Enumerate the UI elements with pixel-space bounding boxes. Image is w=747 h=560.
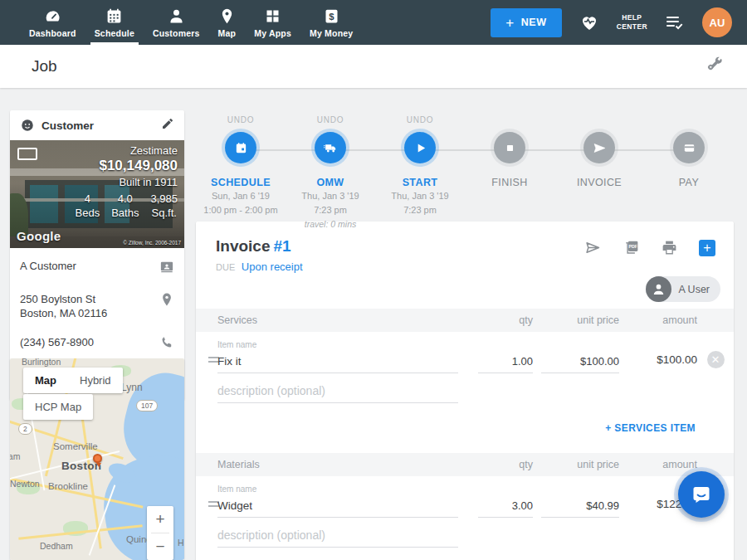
invoice-title: Invoice#1 xyxy=(216,237,291,256)
description-input[interactable] xyxy=(217,383,458,403)
due-value-link[interactable]: Upon receipt xyxy=(242,261,303,273)
invoice-step-label: INVOICE xyxy=(554,177,644,231)
sqft-label: Sq.ft. xyxy=(150,206,178,220)
item-name-input[interactable] xyxy=(217,498,458,518)
street-view-icon[interactable] xyxy=(17,148,37,160)
map-pin-icon xyxy=(218,7,236,25)
step-omw-button[interactable] xyxy=(315,132,346,163)
unit-price-input[interactable] xyxy=(541,498,619,518)
unit-price-column-header: unit price xyxy=(533,314,619,326)
pencil-icon xyxy=(161,117,174,130)
zestimate-value: $10,149,080 xyxy=(76,158,178,174)
page-title: Job xyxy=(32,57,57,75)
job-progress-timeline: UNDO UNDO UNDO xyxy=(196,115,734,231)
step-schedule-button[interactable] xyxy=(225,132,256,163)
zoom-in-button[interactable]: + xyxy=(147,506,173,533)
pdf-button[interactable]: PDF xyxy=(622,239,640,256)
description-input[interactable] xyxy=(217,528,458,548)
zoom-out-button[interactable]: − xyxy=(147,533,173,560)
qty-input[interactable] xyxy=(478,353,533,373)
due-label: DUE xyxy=(216,262,235,272)
new-button[interactable]: + NEW xyxy=(491,8,562,37)
undo-schedule[interactable]: UNDO xyxy=(196,115,286,129)
help-center-line1: HELP xyxy=(617,13,647,22)
phone-icon[interactable] xyxy=(159,335,174,353)
contact-card-icon[interactable] xyxy=(159,259,174,277)
qty-input[interactable] xyxy=(478,498,533,518)
map-label-ham: ham xyxy=(10,451,20,461)
location-pin-icon[interactable] xyxy=(159,292,174,310)
qty-column-header: qty xyxy=(470,459,533,470)
photo-credit: © Zillow, Inc. 2006-2017 xyxy=(123,240,181,246)
pay-step-label: PAY xyxy=(644,177,734,231)
line-amount: $100.00 xyxy=(619,353,697,373)
assignee-avatar xyxy=(646,276,671,302)
assignee-name: A User xyxy=(678,284,710,295)
timeline-circles xyxy=(196,132,734,168)
timeline-connector xyxy=(241,149,689,151)
step-pay-button[interactable] xyxy=(673,132,705,163)
nav-label: Schedule xyxy=(95,28,134,38)
nav-map[interactable]: Map xyxy=(209,0,246,45)
print-button[interactable] xyxy=(661,239,678,256)
edit-customer-button[interactable] xyxy=(161,117,174,134)
truck-icon xyxy=(324,141,338,155)
map-label-dedham: Dedham xyxy=(40,541,73,551)
unit-price-input[interactable] xyxy=(541,353,619,373)
navbar-right: + NEW HELP CENTER AU xyxy=(491,0,747,45)
drag-handle[interactable] xyxy=(196,357,217,363)
step-finish-button[interactable] xyxy=(494,132,525,163)
undo-start[interactable]: UNDO xyxy=(375,115,465,129)
nav-my-apps[interactable]: My Apps xyxy=(245,0,300,45)
job-location-pin xyxy=(93,454,102,463)
zestimate-label: Zestimate xyxy=(76,144,178,157)
undo-omw[interactable]: UNDO xyxy=(286,115,375,129)
add-services-item-link[interactable]: + SERVICES ITEM xyxy=(605,422,696,434)
nav-label: My Money xyxy=(310,28,353,38)
property-photo[interactable]: Zestimate $10,149,080 Built in 1911 4Bed… xyxy=(10,140,184,248)
step-start-button[interactable] xyxy=(404,132,436,163)
task-list-icon[interactable] xyxy=(665,12,685,32)
page-header: Job xyxy=(0,45,747,88)
top-navbar: Dashboard Schedule Customers Map My Apps… xyxy=(0,0,747,45)
customer-name: A Customer xyxy=(20,259,76,273)
map-type-map-button[interactable]: Map xyxy=(23,368,68,393)
item-name-input[interactable] xyxy=(217,353,458,373)
map-widget[interactable]: Burlington Lynn 107 2 93 Somerville ham … xyxy=(10,358,184,560)
map-type-hybrid-button[interactable]: Hybrid xyxy=(68,368,123,393)
hcp-map-button[interactable]: HCP Map xyxy=(23,394,93,420)
help-center-link[interactable]: HELP CENTER xyxy=(617,13,647,31)
line-item-row: Item name $100.00 ✕ xyxy=(196,332,734,373)
step-invoice-button[interactable] xyxy=(583,132,615,163)
timeline-labels: SCHEDULE Sun, Jan 6 '19 1:00 pm - 2:00 p… xyxy=(196,177,734,231)
amount-column-header: amount xyxy=(619,314,697,326)
user-avatar[interactable]: AU xyxy=(702,7,732,37)
map-type-toggle: Map Hybrid xyxy=(23,368,123,393)
add-invoice-button[interactable]: + xyxy=(699,240,715,256)
zestimate-overlay: Zestimate $10,149,080 Built in 1911 4Bed… xyxy=(76,144,178,220)
undo-row: UNDO UNDO UNDO xyxy=(196,115,734,129)
nav-label: My Apps xyxy=(254,28,291,38)
customer-card-title: Customer xyxy=(42,119,94,132)
heart-pulse-icon[interactable] xyxy=(579,12,599,32)
built-year: Built in 1911 xyxy=(76,176,178,188)
invoice-header: Invoice#1 DUE Upon receipt PDF + A User xyxy=(196,222,734,309)
nav-my-money[interactable]: $ My Money xyxy=(300,0,362,45)
map-label-burlington: Burlington xyxy=(22,358,61,367)
invoice-number[interactable]: #1 xyxy=(273,237,290,255)
chat-fab-button[interactable] xyxy=(678,471,725,518)
map-label-brookline: Brookline xyxy=(48,481,88,491)
drag-handle[interactable] xyxy=(196,501,217,507)
nav-customers[interactable]: Customers xyxy=(144,0,209,45)
customer-card-header: Customer xyxy=(10,110,184,140)
remove-item-button[interactable]: ✕ xyxy=(707,351,725,368)
assignee-chip[interactable]: A User xyxy=(646,276,720,302)
nav-schedule[interactable]: Schedule xyxy=(85,0,144,45)
send-icon xyxy=(584,239,602,256)
send-invoice-button[interactable] xyxy=(584,239,602,256)
nav-dashboard[interactable]: Dashboard xyxy=(20,0,85,45)
calendar-icon xyxy=(234,141,248,155)
line-item-row: Item name $122.97 xyxy=(196,476,734,518)
route-107-badge: 107 xyxy=(136,400,158,411)
job-tools-icon[interactable] xyxy=(706,56,724,77)
